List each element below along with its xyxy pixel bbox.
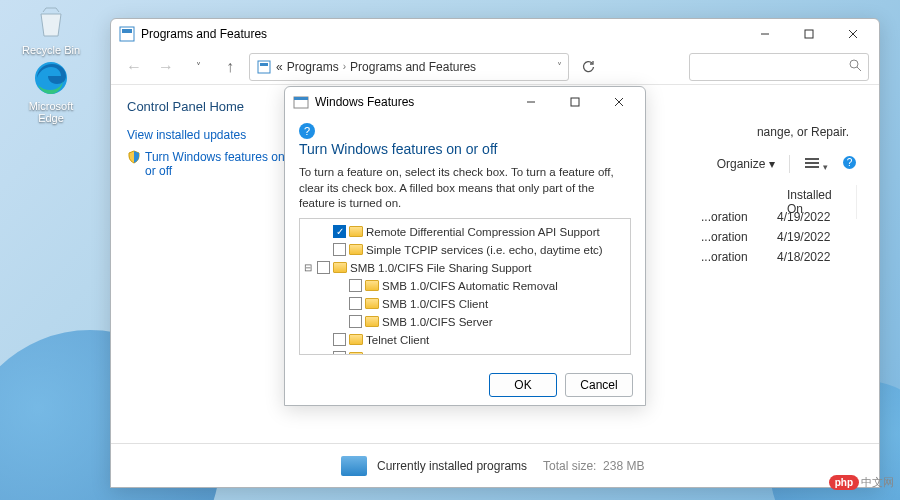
folder-icon xyxy=(365,298,379,309)
nav-toolbar: ← → ˅ ↑ « Programs › Programs and Featur… xyxy=(111,49,879,85)
feature-item[interactable]: TFTP Client xyxy=(318,349,628,355)
feature-item[interactable]: SMB 1.0/CIFS Server xyxy=(334,313,628,331)
titlebar[interactable]: Programs and Features xyxy=(111,19,879,49)
search-icon xyxy=(849,58,862,76)
desktop-recycle-bin[interactable]: Recycle Bin xyxy=(16,2,86,56)
dialog-footer: OK Cancel xyxy=(285,365,645,405)
list-row[interactable]: ...oration4/18/2022 xyxy=(697,247,857,267)
instruction-text-fragment: nange, or Repair. xyxy=(757,125,849,139)
svg-rect-4 xyxy=(805,30,813,38)
cn-text: 中文网 xyxy=(861,475,894,490)
ok-button[interactable]: OK xyxy=(489,373,557,397)
svg-line-10 xyxy=(857,67,861,71)
feature-label: SMB 1.0/CIFS File Sharing Support xyxy=(350,262,532,274)
feature-checkbox[interactable] xyxy=(349,297,362,310)
publisher-fragment: ...oration xyxy=(697,230,777,244)
recycle-bin-icon xyxy=(31,2,71,42)
content-toolbar: Organize ▾ ▾ ? xyxy=(717,155,857,173)
expand-toggle[interactable]: ⊟ xyxy=(302,262,314,273)
maximize-button[interactable] xyxy=(787,20,831,48)
feature-item[interactable]: SMB 1.0/CIFS Client xyxy=(334,295,628,313)
feature-item[interactable]: Telnet Client xyxy=(318,331,628,349)
refresh-button[interactable] xyxy=(575,54,601,80)
minimize-button[interactable] xyxy=(509,88,553,116)
svg-point-9 xyxy=(850,60,858,68)
feature-item[interactable]: ⊟SMB 1.0/CIFS File Sharing Support xyxy=(302,259,628,277)
desktop-edge[interactable]: Microsoft Edge xyxy=(16,58,86,124)
svg-rect-11 xyxy=(805,158,819,160)
search-input[interactable] xyxy=(689,53,869,81)
feature-label: Telnet Client xyxy=(366,334,429,346)
feature-item[interactable]: ✓Remote Differential Compression API Sup… xyxy=(318,223,628,241)
edge-icon xyxy=(31,58,71,98)
control-panel-icon xyxy=(256,59,272,75)
svg-rect-13 xyxy=(805,166,819,168)
svg-rect-7 xyxy=(258,61,270,73)
chevron-right-icon: › xyxy=(343,61,346,72)
feature-checkbox[interactable] xyxy=(333,333,346,346)
feature-label: SMB 1.0/CIFS Client xyxy=(382,298,488,310)
close-button[interactable] xyxy=(597,88,641,116)
back-button[interactable]: ← xyxy=(121,54,147,80)
status-bar: Currently installed programs Total size:… xyxy=(111,443,879,487)
link-windows-features[interactable]: Turn Windows features on or off xyxy=(145,150,291,178)
link-view-installed-updates[interactable]: View installed updates xyxy=(127,128,291,142)
feature-item[interactable]: Simple TCPIP services (i.e. echo, daytim… xyxy=(318,241,628,259)
help-button[interactable]: ? xyxy=(299,123,315,139)
desktop-icon-label: Recycle Bin xyxy=(16,44,86,56)
total-size-label: Total size: xyxy=(543,459,596,473)
control-panel-icon xyxy=(119,26,135,42)
feature-checkbox[interactable] xyxy=(317,261,330,274)
svg-rect-12 xyxy=(805,162,819,164)
feature-checkbox[interactable] xyxy=(333,351,346,355)
feature-checkbox[interactable]: ✓ xyxy=(333,225,346,238)
feature-checkbox[interactable] xyxy=(349,315,362,328)
address-bar[interactable]: « Programs › Programs and Features ˅ xyxy=(249,53,569,81)
svg-text:?: ? xyxy=(847,157,853,168)
svg-rect-19 xyxy=(571,98,579,106)
installed-date: 4/19/2022 xyxy=(777,210,857,224)
sidebar: Control Panel Home View installed update… xyxy=(111,85,291,443)
watermark: php 中文网 xyxy=(829,475,894,490)
desktop-icon-label: Microsoft Edge xyxy=(16,100,86,124)
recent-dropdown[interactable]: ˅ xyxy=(185,54,211,80)
installed-date: 4/19/2022 xyxy=(777,230,857,244)
dialog-title: Windows Features xyxy=(315,95,414,109)
up-button[interactable]: ↑ xyxy=(217,54,243,80)
forward-button[interactable]: → xyxy=(153,54,179,80)
svg-rect-2 xyxy=(122,29,132,33)
feature-item[interactable]: SMB 1.0/CIFS Automatic Removal xyxy=(334,277,628,295)
feature-checkbox[interactable] xyxy=(333,243,346,256)
folder-icon xyxy=(349,244,363,255)
breadcrumb-programs[interactable]: Programs xyxy=(287,60,339,74)
dialog-heading: Turn Windows features on or off xyxy=(299,141,631,157)
status-label: Currently installed programs xyxy=(377,459,527,473)
feature-label: SMB 1.0/CIFS Server xyxy=(382,316,493,328)
breadcrumb-prefix: « xyxy=(276,60,283,74)
feature-checkbox[interactable] xyxy=(349,279,362,292)
organize-menu[interactable]: Organize ▾ xyxy=(717,157,775,171)
help-button[interactable]: ? xyxy=(842,155,857,173)
svg-rect-17 xyxy=(294,97,308,100)
publisher-fragment: ...oration xyxy=(697,250,777,264)
php-badge: php xyxy=(829,475,859,490)
shield-icon xyxy=(127,150,141,186)
window-title: Programs and Features xyxy=(141,27,267,41)
maximize-button[interactable] xyxy=(553,88,597,116)
list-row[interactable]: ...oration4/19/2022 xyxy=(697,227,857,247)
folder-icon xyxy=(365,280,379,291)
address-dropdown[interactable]: ˅ xyxy=(557,61,562,72)
windows-features-dialog: Windows Features ? Turn Windows features… xyxy=(284,86,646,406)
dialog-titlebar[interactable]: Windows Features xyxy=(285,87,645,117)
folder-icon xyxy=(349,334,363,345)
list-row[interactable]: ...oration4/19/2022 xyxy=(697,207,857,227)
minimize-button[interactable] xyxy=(743,20,787,48)
view-options-button[interactable]: ▾ xyxy=(804,156,828,173)
cancel-button[interactable]: Cancel xyxy=(565,373,633,397)
features-tree[interactable]: ✓Remote Differential Compression API Sup… xyxy=(299,218,631,355)
folder-icon xyxy=(365,316,379,327)
close-button[interactable] xyxy=(831,20,875,48)
breadcrumb-programs-features[interactable]: Programs and Features xyxy=(350,60,476,74)
feature-label: Remote Differential Compression API Supp… xyxy=(366,226,600,238)
dialog-description: To turn a feature on, select its check b… xyxy=(299,165,631,212)
